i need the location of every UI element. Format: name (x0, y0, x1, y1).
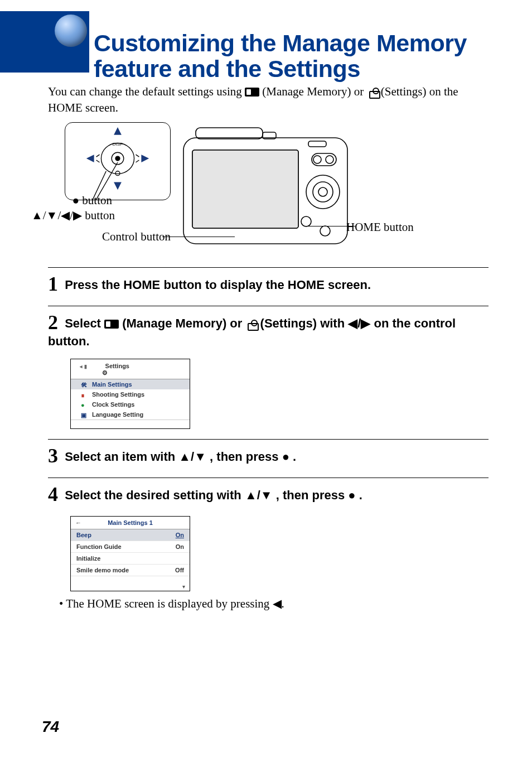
step-number: 4 (48, 483, 58, 505)
section-sphere-icon (55, 15, 87, 47)
svg-marker-2 (86, 155, 94, 162)
step-2: 2 Select (Manage Memory) or (Settings) w… (48, 311, 489, 349)
left-arrow-glyph: ◀ (273, 597, 282, 610)
arrows-glyph: ◀/▶ (348, 316, 370, 330)
setting-row-initialize: Initialize (71, 553, 190, 565)
tools-icon: 🛠 (81, 382, 88, 387)
divider (48, 306, 489, 306)
clock-icon: ● (81, 402, 88, 407)
svg-point-6 (115, 156, 120, 161)
svg-text:DISP: DISP (113, 142, 123, 147)
divider (48, 267, 489, 268)
svg-point-18 (313, 182, 333, 202)
screen-title: Settings (105, 363, 129, 369)
screen-title: Main Settings 1 (108, 519, 153, 526)
label-control-button: Control button (70, 230, 171, 244)
intro-text-2: (Manage Memory) or (262, 85, 366, 98)
hardware-diagram: DISP (48, 122, 489, 267)
svg-marker-1 (114, 182, 122, 190)
svg-rect-13 (192, 150, 298, 228)
step-text: , then press (210, 450, 282, 464)
divider (48, 439, 489, 440)
step-text: (Settings) with (260, 316, 349, 330)
label-home-button: HOME button (346, 220, 447, 234)
svg-rect-20 (312, 153, 336, 166)
divider (48, 478, 489, 478)
dpad-illustration: DISP (65, 122, 171, 200)
step-text: Select the desired setting with (65, 488, 245, 502)
svg-point-17 (306, 175, 340, 209)
language-icon: ▣ (81, 412, 88, 417)
step-text: , then press (276, 488, 349, 502)
leader-line (162, 237, 235, 237)
page-title: Customizing the Manage Memory feature an… (94, 30, 495, 82)
svg-point-19 (318, 187, 327, 196)
svg-marker-3 (141, 155, 149, 162)
svg-marker-0 (114, 127, 122, 135)
arrows-glyph: ▲/▼ (178, 450, 206, 464)
camera-illustration (179, 122, 352, 253)
menu-row-main-settings: 🛠 Main Settings (71, 379, 190, 389)
nav-arrow-icon: ◂ ▮ (80, 364, 87, 369)
step-number: 2 (48, 311, 58, 334)
lcd-screenshot-main-settings: ← Main Settings 1 Beep On Function Guide… (70, 516, 190, 591)
page-number: 74 (42, 718, 59, 736)
lcd-screenshot-settings: ◂ ▮ Settings ⚙ 🛠 Main Settings ∎ Shootin… (70, 359, 190, 429)
step-number: 3 (48, 445, 58, 467)
step-1: 1 Press the HOME button to display the H… (48, 272, 489, 296)
back-arrow-icon: ← (75, 519, 81, 526)
step-4: 4 Select the desired setting with ▲/▼ , … (48, 483, 489, 506)
step-text: . (359, 488, 362, 502)
manage-memory-icon (104, 320, 119, 329)
setting-row-function-guide: Function Guide On (71, 541, 190, 553)
step-3: 3 Select an item with ▲/▼ , then press ●… (48, 444, 489, 467)
svg-point-8 (115, 171, 120, 176)
note-home-screen: • The HOME screen is displayed by pressi… (67, 597, 489, 611)
setting-row-beep: Beep On (71, 529, 190, 541)
intro-paragraph: You can change the default settings usin… (48, 84, 489, 117)
camera-icon: ∎ (81, 392, 88, 397)
setting-row-smile-demo: Smile demo mode Off (71, 565, 190, 576)
label-dot-button: ● button (31, 194, 112, 208)
svg-point-23 (301, 216, 311, 226)
settings-icon (367, 88, 378, 97)
menu-row-clock-settings: ● Clock Settings (71, 399, 190, 409)
menu-row-language-setting: ▣ Language Setting (71, 409, 190, 420)
step-text: . (293, 450, 296, 464)
svg-point-24 (320, 226, 330, 236)
svg-point-21 (313, 156, 321, 163)
settings-icon (245, 320, 257, 329)
svg-rect-25 (308, 141, 326, 147)
intro-text-1: You can change the default settings usin… (48, 85, 245, 98)
manage-memory-icon (245, 88, 259, 97)
menu-row-shooting-settings: ∎ Shooting Settings (71, 389, 190, 399)
step-text: (Manage Memory) or (122, 316, 245, 330)
step-text: Select (65, 316, 104, 330)
svg-rect-15 (196, 128, 263, 139)
label-arrows-button: ▲/▼/◀/▶ button (31, 209, 154, 223)
step-number: 1 (48, 273, 58, 295)
arrows-glyph: ▲/▼ (245, 488, 273, 502)
dot-glyph: ● (348, 488, 355, 502)
dot-glyph: ● (282, 450, 289, 464)
step-text: Press the HOME button to display the HOM… (65, 278, 371, 292)
step-text: Select an item with (65, 450, 178, 464)
leader-line (305, 226, 355, 226)
svg-point-22 (326, 156, 333, 163)
